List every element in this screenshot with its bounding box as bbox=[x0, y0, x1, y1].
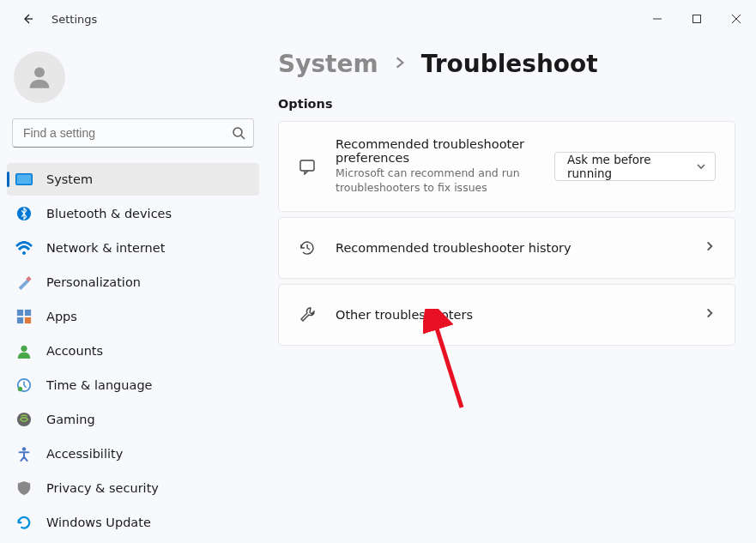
svg-rect-9 bbox=[25, 310, 31, 316]
sidebar-item-label: Network & internet bbox=[46, 241, 165, 255]
search-box bbox=[12, 118, 254, 148]
svg-point-16 bbox=[22, 447, 27, 451]
breadcrumb: System Troubleshoot bbox=[278, 50, 735, 78]
nav-list: System Bluetooth & devices Network & int… bbox=[7, 163, 259, 539]
svg-point-15 bbox=[17, 413, 31, 426]
sidebar-item-privacy[interactable]: Privacy & security bbox=[7, 472, 259, 504]
card-title: Other troubleshooters bbox=[336, 308, 473, 322]
search-icon bbox=[232, 126, 245, 140]
svg-point-2 bbox=[233, 128, 242, 136]
section-label: Options bbox=[278, 97, 735, 111]
chevron-right-icon bbox=[392, 55, 408, 74]
breadcrumb-current: Troubleshoot bbox=[421, 50, 598, 78]
sidebar-item-bluetooth[interactable]: Bluetooth & devices bbox=[7, 197, 259, 230]
personalization-icon bbox=[15, 274, 33, 291]
card-subtitle: Microsoft can recommend and run troubles… bbox=[336, 166, 524, 196]
avatar[interactable] bbox=[14, 51, 65, 103]
apps-icon bbox=[15, 308, 33, 325]
troubleshooter-history-card[interactable]: Recommended troubleshooter history bbox=[278, 217, 735, 279]
sidebar-item-update[interactable]: Windows Update bbox=[7, 506, 259, 539]
chevron-right-icon bbox=[704, 239, 716, 256]
chat-icon bbox=[298, 157, 317, 176]
person-icon bbox=[25, 63, 54, 92]
close-icon bbox=[732, 15, 741, 23]
sidebar-item-label: Privacy & security bbox=[46, 481, 159, 495]
bluetooth-icon bbox=[15, 205, 33, 222]
back-button[interactable] bbox=[14, 5, 41, 33]
sidebar: System Bluetooth & devices Network & int… bbox=[0, 38, 266, 543]
svg-rect-8 bbox=[17, 310, 23, 316]
shield-icon bbox=[15, 480, 33, 497]
close-button[interactable] bbox=[717, 6, 756, 32]
sidebar-item-time[interactable]: Time & language bbox=[7, 369, 259, 401]
window-controls bbox=[638, 6, 756, 32]
maximize-button[interactable] bbox=[677, 6, 717, 32]
sidebar-item-network[interactable]: Network & internet bbox=[7, 232, 259, 264]
accounts-icon bbox=[15, 342, 33, 359]
titlebar: Settings bbox=[0, 0, 756, 38]
sidebar-item-apps[interactable]: Apps bbox=[7, 300, 259, 333]
svg-rect-0 bbox=[693, 15, 701, 23]
content-area: System Troubleshoot Options Recommended … bbox=[266, 38, 756, 543]
sidebar-item-label: Apps bbox=[46, 310, 77, 323]
sidebar-item-label: Windows Update bbox=[46, 516, 151, 529]
sidebar-item-label: Bluetooth & devices bbox=[46, 207, 172, 220]
sidebar-item-gaming[interactable]: Gaming bbox=[7, 403, 259, 436]
window-title: Settings bbox=[51, 13, 97, 26]
svg-point-12 bbox=[21, 346, 27, 352]
svg-point-1 bbox=[34, 67, 45, 77]
time-icon bbox=[15, 377, 33, 394]
sidebar-item-label: Time & language bbox=[46, 378, 153, 392]
card-title: Recommended troubleshooter history bbox=[336, 241, 572, 255]
sidebar-item-label: System bbox=[46, 172, 93, 186]
breadcrumb-parent[interactable]: System bbox=[278, 50, 378, 78]
svg-point-14 bbox=[18, 387, 22, 391]
dropdown-value: Ask me before running bbox=[567, 153, 689, 180]
svg-rect-10 bbox=[17, 317, 23, 323]
other-troubleshooters-card[interactable]: Other troubleshooters bbox=[278, 284, 735, 346]
sidebar-item-label: Gaming bbox=[46, 413, 95, 426]
back-arrow-icon bbox=[21, 12, 34, 26]
pref-dropdown[interactable]: Ask me before running bbox=[554, 152, 716, 181]
system-icon bbox=[15, 171, 33, 188]
card-title: Recommended troubleshooter preferences bbox=[336, 137, 535, 165]
history-icon bbox=[298, 238, 317, 257]
network-icon bbox=[15, 239, 33, 256]
troubleshooter-preferences-card: Recommended troubleshooter preferences M… bbox=[278, 121, 735, 212]
search-input[interactable] bbox=[12, 118, 254, 148]
gaming-icon bbox=[15, 411, 33, 428]
minimize-icon bbox=[653, 15, 662, 23]
sidebar-item-accessibility[interactable]: Accessibility bbox=[7, 437, 259, 470]
sidebar-item-system[interactable]: System bbox=[7, 163, 259, 196]
minimize-button[interactable] bbox=[638, 6, 677, 32]
svg-point-6 bbox=[22, 251, 26, 255]
svg-rect-11 bbox=[25, 317, 31, 323]
maximize-icon bbox=[692, 15, 701, 23]
sidebar-item-accounts[interactable]: Accounts bbox=[7, 335, 259, 367]
sidebar-item-label: Accounts bbox=[46, 344, 103, 358]
chevron-right-icon bbox=[704, 306, 716, 323]
sidebar-item-label: Accessibility bbox=[46, 447, 123, 461]
svg-rect-4 bbox=[17, 175, 32, 184]
sidebar-item-label: Personalization bbox=[46, 275, 141, 289]
accessibility-icon bbox=[15, 445, 33, 462]
update-icon bbox=[15, 514, 33, 531]
sidebar-item-personalization[interactable]: Personalization bbox=[7, 266, 259, 299]
svg-rect-17 bbox=[300, 160, 314, 171]
wrench-icon bbox=[298, 305, 317, 324]
chevron-down-icon bbox=[696, 161, 706, 172]
